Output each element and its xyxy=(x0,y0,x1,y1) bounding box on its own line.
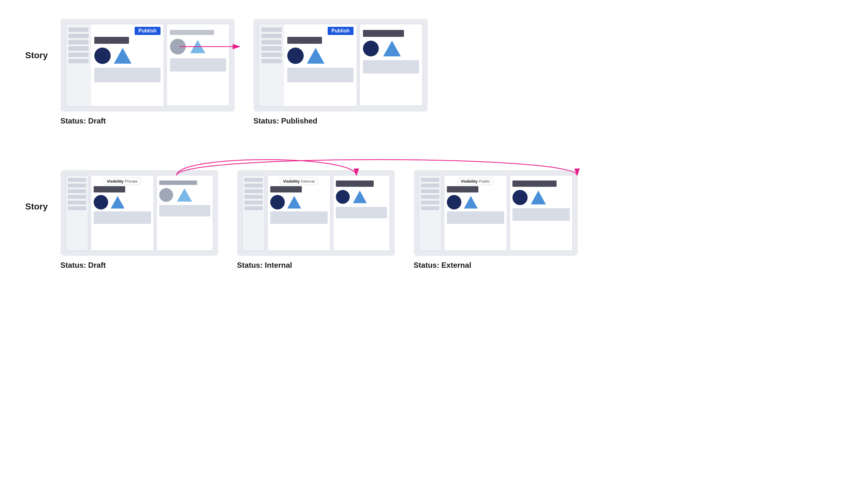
preview-title-bar xyxy=(513,180,556,187)
vis-val-public: Public xyxy=(479,179,490,184)
top-published-mockup-container: Publish xyxy=(254,19,428,111)
preview-shapes xyxy=(159,188,210,202)
top-published-sidebar xyxy=(259,24,284,106)
sidebar-line xyxy=(68,206,86,210)
sidebar-line xyxy=(68,40,89,44)
preview-title-bar xyxy=(363,30,404,37)
shapes-row-bottom xyxy=(94,195,151,210)
vis-key-private: Visibility xyxy=(107,179,124,184)
preview-shapes xyxy=(336,190,387,204)
bottom-draft-group: Visibility Private xyxy=(61,170,218,270)
sidebar-line xyxy=(244,184,263,187)
circle-dark xyxy=(513,190,528,205)
circle-dark xyxy=(287,48,304,64)
top-published-label: Status: Published xyxy=(254,116,317,125)
top-draft-content: Publish xyxy=(91,24,164,106)
bottom-draft-label: Status: Draft xyxy=(61,261,106,270)
triangle-blue xyxy=(287,196,301,209)
bottom-row: Story xyxy=(0,145,842,270)
sidebar-line xyxy=(261,59,281,63)
preview-title-bar xyxy=(336,180,374,187)
top-draft-label: Status: Draft xyxy=(61,116,106,125)
sidebar-line xyxy=(68,28,89,32)
triangle-blue xyxy=(531,191,546,204)
sidebar-line xyxy=(244,206,263,210)
content-title-bar xyxy=(94,37,129,44)
text-block-bottom xyxy=(94,211,151,224)
triangle-blue xyxy=(383,41,401,56)
sidebar-line xyxy=(261,28,281,32)
vis-val-private: Private xyxy=(125,179,137,184)
content-title-bar xyxy=(287,37,322,44)
bottom-draft-sidebar xyxy=(66,175,88,251)
sidebar-line xyxy=(68,201,86,204)
sidebar-line xyxy=(261,34,281,38)
content-text-block xyxy=(287,68,354,82)
sidebar-line xyxy=(261,53,281,57)
shapes-row xyxy=(94,48,160,64)
triangle-blue-light xyxy=(190,40,205,53)
bottom-external-sidebar xyxy=(419,175,442,251)
bottom-internal-content: Visibility Internal xyxy=(268,175,330,251)
triangle-blue xyxy=(307,48,325,64)
circle-gray xyxy=(170,39,186,54)
bottom-internal-visibility-badge: Visibility Internal xyxy=(280,178,318,185)
text-block-bottom xyxy=(270,211,328,224)
triangle-blue xyxy=(464,196,478,209)
triangle-blue xyxy=(111,196,124,209)
bottom-external-outer: Visibility Public xyxy=(414,170,578,256)
bottom-story-label: Story xyxy=(25,202,48,212)
bottom-draft-outer: Visibility Private xyxy=(61,170,218,256)
main-container: Story xyxy=(0,0,842,504)
circle-dark xyxy=(270,195,285,210)
vis-key-public: Visibility xyxy=(461,179,478,184)
sidebar-line xyxy=(244,195,263,199)
preview-shapes-row xyxy=(170,39,226,54)
top-published-publish-btn[interactable]: Publish xyxy=(328,27,354,35)
top-published-preview xyxy=(360,24,423,106)
preview-text-block xyxy=(159,205,210,216)
sidebar-line xyxy=(68,53,89,57)
bottom-internal-sidebar xyxy=(242,175,265,251)
circle-dark xyxy=(94,48,111,64)
sidebar-line xyxy=(68,184,86,187)
bottom-internal-preview xyxy=(333,175,390,251)
top-draft-publish-btn[interactable]: Publish xyxy=(135,27,160,35)
content-title-bottom xyxy=(94,186,125,193)
content-title-bottom xyxy=(270,186,302,193)
preview-top-bar xyxy=(159,180,197,185)
top-section: Story xyxy=(25,19,428,125)
sidebar-line xyxy=(244,201,263,204)
top-draft-preview xyxy=(167,24,229,106)
bottom-external-content: Visibility Public xyxy=(444,175,507,251)
sidebar-line xyxy=(261,46,281,51)
top-draft-sidebar xyxy=(66,24,91,106)
bottom-external-label: Status: External xyxy=(414,261,471,270)
sidebar-line xyxy=(244,178,263,182)
bottom-groups: Visibility Private xyxy=(61,170,578,270)
sidebar-line xyxy=(68,195,86,199)
triangle-blue xyxy=(114,48,132,64)
preview-text-block xyxy=(363,60,419,73)
bottom-external-group: Visibility Public xyxy=(414,170,578,270)
top-published-group: Publish xyxy=(254,19,428,125)
preview-text-block xyxy=(170,58,226,72)
preview-shapes xyxy=(513,190,570,205)
bottom-section: Story xyxy=(0,145,842,270)
top-published-content: Publish xyxy=(284,24,357,106)
circle-dark xyxy=(336,190,350,204)
preview-text-block xyxy=(513,208,570,221)
sidebar-line xyxy=(421,206,439,210)
sidebar-line xyxy=(421,201,439,204)
top-draft-group: Publish xyxy=(61,19,235,125)
bottom-draft-content: Visibility Private xyxy=(91,175,154,251)
bottom-draft-preview xyxy=(156,175,213,251)
sidebar-line xyxy=(68,189,86,193)
circle-dark xyxy=(447,195,461,210)
bottom-internal-label: Status: Internal xyxy=(237,261,292,270)
text-block-bottom xyxy=(447,211,504,224)
sidebar-line xyxy=(421,178,439,182)
sidebar-line xyxy=(421,189,439,193)
content-title-bottom xyxy=(447,186,478,193)
sidebar-line xyxy=(68,46,89,51)
